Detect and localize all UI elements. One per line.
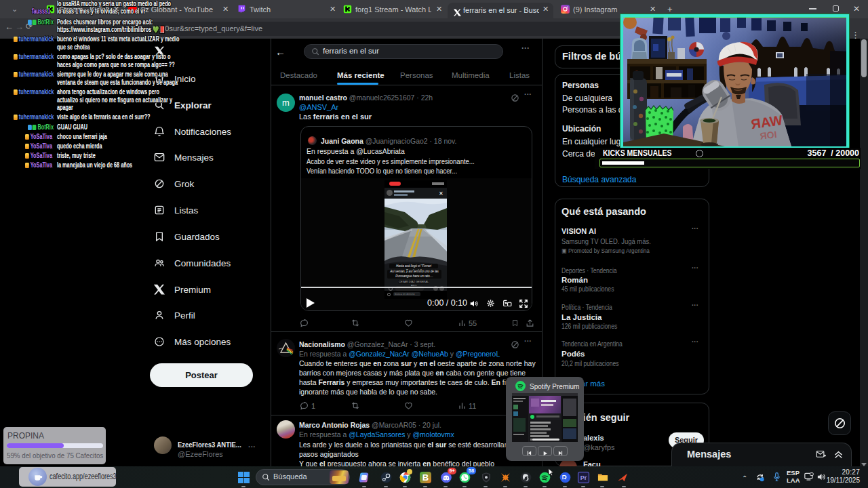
svg-text:IOR: IOR: [760, 129, 777, 142]
